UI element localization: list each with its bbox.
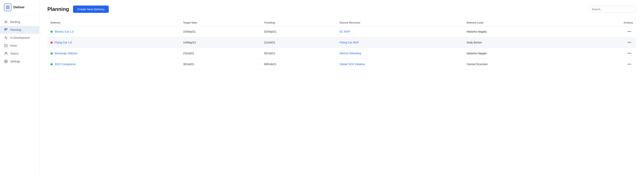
sidebar-item-in-development-label: In Development: [10, 36, 30, 39]
svg-rect-1: [8, 6, 9, 7]
table-row: Flying Car 1.0 14/May/21 12/Jul/21 Flyin…: [47, 37, 636, 48]
sidebar-item-settings-label: Settings: [10, 60, 20, 63]
delivery-lead-cell-2: Natasha Nagata: [464, 48, 573, 59]
col-header-source-structure: Source Structure: [336, 19, 464, 26]
page-header: Planning Create New Delivery: [47, 6, 636, 13]
create-delivery-button[interactable]: Create New Delivery: [73, 6, 109, 13]
sidebar-item-done[interactable]: Done: [0, 42, 39, 50]
svg-point-9: [6, 52, 7, 53]
delivery-lead-cell-1: Andy Burton: [464, 37, 573, 48]
trending-cell-1: 12/Jul/21: [261, 37, 336, 48]
sidebar: Deliver Backlog Plannin: [0, 0, 40, 174]
delivery-name-3[interactable]: SOX Compliance: [55, 62, 76, 66]
target-date-cell-3: 30/Jul/21: [180, 59, 261, 70]
table-row: SOX Compliance 30/Jul/21 09/Feb/21 Globa…: [47, 59, 636, 70]
source-link-1[interactable]: Flying Car MVP: [340, 41, 359, 44]
sidebar-item-planning[interactable]: Planning: [0, 26, 39, 34]
sidebar-logo: Deliver: [0, 0, 39, 15]
teams-icon: [4, 52, 8, 56]
delivery-cell-1: Flying Car 1.0: [47, 37, 180, 48]
backlog-icon: [4, 20, 8, 24]
table-body: Electric Car 1.0 10/Sep/21 02/Sep/21 EC …: [47, 26, 636, 70]
trending-cell-0: 02/Sep/21: [261, 26, 336, 37]
status-dot-0: [50, 30, 53, 33]
delivery-name-2[interactable]: Recharge Stations: [55, 52, 77, 55]
target-date-cell-1: 14/May/21: [180, 37, 261, 48]
page-title: Planning: [47, 6, 69, 12]
source-structure-cell-1: Flying Car MVP: [336, 37, 464, 48]
actions-cell-1: •••: [573, 37, 636, 48]
more-actions-button-0[interactable]: •••: [626, 29, 633, 34]
col-header-delivery-lead: Delivery Lead: [464, 19, 573, 26]
deliveries-table-container: Delivery Target Date Trending Source Str…: [47, 19, 636, 70]
more-actions-button-3[interactable]: •••: [626, 62, 633, 67]
source-structure-cell-2: Electric Refueling: [336, 48, 464, 59]
sidebar-item-in-development[interactable]: In Development: [0, 34, 39, 42]
planning-icon: [4, 28, 8, 32]
delivery-name-0[interactable]: Electric Car 1.0: [55, 30, 74, 33]
sidebar-item-planning-label: Planning: [10, 28, 21, 32]
sidebar-nav: Backlog Planning In Development: [0, 15, 39, 174]
actions-cell-2: •••: [573, 48, 636, 59]
table-row: Electric Car 1.0 10/Sep/21 02/Sep/21 EC …: [47, 26, 636, 37]
svg-rect-2: [6, 8, 7, 9]
done-icon: [4, 44, 8, 48]
table-row: Recharge Stations 23/Jul/21 05/Jul/21 El…: [47, 48, 636, 59]
sidebar-item-teams[interactable]: Teams: [0, 50, 39, 58]
delivery-lead-cell-0: Natasha Nagata: [464, 26, 573, 37]
delivery-cell-0: Electric Car 1.0: [47, 26, 180, 37]
trending-cell-2: 05/Jul/21: [261, 48, 336, 59]
delivery-cell-2: Recharge Stations: [47, 48, 180, 59]
main-content: Planning Create New Delivery Delivery Ta…: [40, 0, 644, 174]
svg-rect-3: [8, 8, 9, 9]
svg-point-8: [5, 52, 6, 53]
in-development-icon: [4, 36, 8, 40]
sidebar-item-backlog[interactable]: Backlog: [0, 18, 39, 26]
source-link-0[interactable]: EC MVP: [340, 30, 350, 33]
col-header-target-date: Target Date: [180, 19, 261, 26]
col-header-delivery: Delivery: [47, 19, 180, 26]
search-input[interactable]: [589, 6, 636, 13]
sidebar-item-backlog-label: Backlog: [10, 20, 20, 24]
source-link-2[interactable]: Electric Refueling: [340, 52, 361, 55]
target-date-cell-0: 10/Sep/21: [180, 26, 261, 37]
status-dot-2: [50, 52, 53, 54]
more-actions-button-2[interactable]: •••: [626, 51, 633, 56]
col-header-trending: Trending: [261, 19, 336, 26]
actions-cell-3: •••: [573, 59, 636, 70]
actions-cell-0: •••: [573, 26, 636, 37]
app-name: Deliver: [14, 5, 25, 9]
deliveries-table: Delivery Target Date Trending Source Str…: [47, 19, 636, 70]
svg-rect-0: [6, 6, 7, 7]
status-dot-3: [50, 63, 53, 65]
more-actions-button-1[interactable]: •••: [626, 40, 633, 45]
sidebar-item-done-label: Done: [10, 44, 17, 47]
delivery-name-1[interactable]: Flying Car 1.0: [55, 41, 72, 44]
target-date-cell-2: 23/Jul/21: [180, 48, 261, 59]
source-link-3[interactable]: Global SOX Initiative: [340, 62, 365, 66]
source-structure-cell-0: EC MVP: [336, 26, 464, 37]
status-dot-1: [50, 42, 53, 44]
app-logo-icon: [4, 4, 12, 11]
sidebar-item-settings[interactable]: Settings: [0, 58, 39, 65]
source-structure-cell-3: Global SOX Initiative: [336, 59, 464, 70]
sidebar-item-teams-label: Teams: [10, 52, 18, 55]
delivery-cell-3: SOX Compliance: [47, 59, 180, 70]
settings-icon: [4, 60, 8, 64]
svg-point-10: [6, 61, 6, 62]
header-left: Planning Create New Delivery: [47, 6, 109, 13]
trending-cell-3: 09/Feb/21: [261, 59, 336, 70]
table-header: Delivery Target Date Trending Source Str…: [47, 19, 636, 26]
delivery-lead-cell-3: Carmel Drummer: [464, 59, 573, 70]
col-header-actions: Actions: [573, 19, 636, 26]
